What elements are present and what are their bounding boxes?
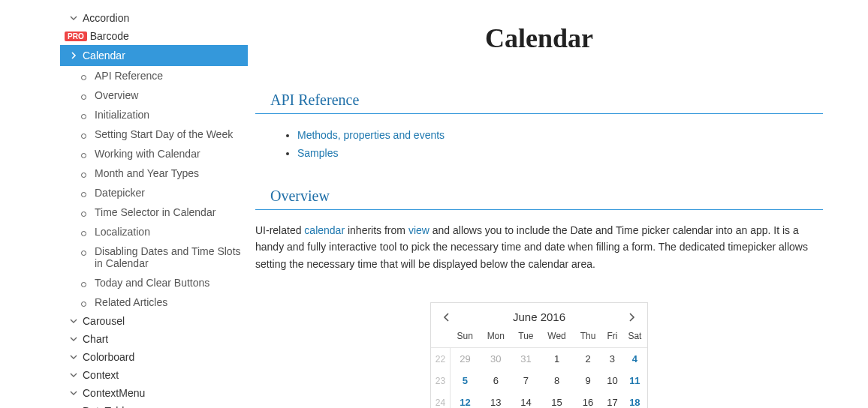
calendar-widget: June 2016 SunMonTueWedThuFriSat 22293031… — [430, 302, 648, 408]
calendar-day[interactable]: 4 — [622, 348, 647, 370]
calendar-day[interactable]: 10 — [602, 370, 622, 392]
calendar-day[interactable]: 11 — [622, 370, 647, 392]
calendar-week-number: 23 — [431, 370, 451, 392]
api-links: Methods, properties and events Samples — [255, 126, 823, 162]
calendar-day[interactable]: 1 — [540, 348, 574, 370]
calendar-day[interactable]: 29 — [451, 348, 480, 370]
main-content: Calendar API Reference Methods, properti… — [248, 0, 868, 408]
sidebar-subitem[interactable]: Disabling Dates and Time Slots in Calend… — [87, 242, 248, 273]
chevron-down-icon — [69, 14, 78, 22]
sidebar-subitem[interactable]: Setting Start Day of the Week — [87, 124, 248, 144]
sidebar-subitem[interactable]: Localization — [87, 222, 248, 242]
calendar-day[interactable]: 31 — [512, 348, 540, 370]
sidebar-subitem[interactable]: Month and Year Types — [87, 164, 248, 183]
calendar-day[interactable]: 5 — [451, 370, 480, 392]
sidebar-item-label: Accordion — [83, 12, 129, 24]
sidebar-item-label: DataTable — [83, 405, 130, 408]
link-calendar[interactable]: calendar — [304, 224, 345, 236]
chevron-down-icon — [69, 335, 78, 343]
calendar-grid: SunMonTueWedThuFriSat 222930311234235678… — [431, 328, 647, 408]
sidebar-item[interactable]: Context — [60, 366, 248, 384]
sidebar-item-label: Context — [83, 369, 119, 381]
calendar-day[interactable]: 17 — [602, 392, 622, 408]
calendar-day[interactable]: 6 — [480, 370, 512, 392]
chevron-right-icon — [69, 52, 78, 59]
sidebar-item[interactable]: Colorboard — [60, 348, 248, 366]
calendar-day[interactable]: 13 — [480, 392, 512, 408]
calendar-day[interactable]: 18 — [622, 392, 647, 408]
sidebar-item-calendar[interactable]: Calendar — [60, 45, 248, 66]
sidebar: Accordion PRO Barcode Calendar API Refer… — [0, 0, 248, 408]
calendar-week-number: 22 — [431, 348, 451, 370]
sidebar-item-label: Chart — [83, 333, 108, 345]
chevron-down-icon — [69, 353, 78, 361]
sidebar-item-label: Colorboard — [83, 351, 134, 363]
calendar-dow: Sun — [451, 328, 480, 348]
sidebar-item[interactable]: Carousel — [60, 312, 248, 330]
sidebar-item-label: ContextMenu — [83, 387, 145, 399]
sidebar-subitem[interactable]: Time Selector in Calendar — [87, 202, 248, 222]
calendar-day[interactable]: 14 — [512, 392, 540, 408]
calendar-day[interactable]: 12 — [451, 392, 480, 408]
calendar-next-button[interactable] — [628, 313, 635, 322]
calendar-week-number: 24 — [431, 392, 451, 408]
sidebar-subitem[interactable]: Today and Clear Buttons — [87, 273, 248, 292]
sidebar-subitem[interactable]: Overview — [87, 86, 248, 105]
calendar-month-label[interactable]: June 2016 — [513, 310, 565, 323]
sidebar-subitem[interactable]: Datepicker — [87, 183, 248, 202]
calendar-dow: Mon — [480, 328, 512, 348]
sidebar-item-label: Barcode — [90, 30, 129, 42]
calendar-dow: Fri — [602, 328, 622, 348]
overview-paragraph: UI-related calendar inherits from view a… — [255, 222, 823, 272]
page-title: Calendar — [255, 22, 823, 54]
calendar-day[interactable]: 2 — [574, 348, 602, 370]
calendar-dow: Wed — [540, 328, 574, 348]
calendar-day[interactable]: 8 — [540, 370, 574, 392]
calendar-dow: Sat — [622, 328, 647, 348]
calendar-day[interactable]: 16 — [574, 392, 602, 408]
calendar-day[interactable]: 7 — [512, 370, 540, 392]
calendar-dow: Tue — [512, 328, 540, 348]
sidebar-item[interactable]: ContextMenu — [60, 384, 248, 402]
chevron-down-icon — [69, 317, 78, 325]
sidebar-subitem[interactable]: Related Articles — [87, 292, 248, 312]
sidebar-sublist: API ReferenceOverviewInitializationSetti… — [60, 66, 248, 312]
section-heading-overview: Overview — [255, 188, 823, 210]
sidebar-item[interactable]: Chart — [60, 330, 248, 348]
chevron-down-icon — [69, 371, 78, 379]
sidebar-item[interactable]: DataTable — [60, 402, 248, 408]
sidebar-item-label: Carousel — [83, 315, 125, 327]
calendar-day[interactable]: 30 — [480, 348, 512, 370]
sidebar-item-barcode[interactable]: PRO Barcode — [60, 27, 248, 45]
sidebar-subitem[interactable]: Initialization — [87, 105, 248, 124]
link-methods[interactable]: Methods, properties and events — [297, 129, 445, 141]
calendar-dow: Thu — [574, 328, 602, 348]
sidebar-subitem[interactable]: Working with Calendar — [87, 144, 248, 164]
calendar-day[interactable]: 9 — [574, 370, 602, 392]
calendar-day[interactable]: 15 — [540, 392, 574, 408]
calendar-day[interactable]: 3 — [602, 348, 622, 370]
link-samples[interactable]: Samples — [297, 147, 338, 159]
calendar-prev-button[interactable] — [443, 313, 451, 322]
chevron-down-icon — [69, 389, 78, 397]
link-view[interactable]: view — [408, 224, 429, 236]
sidebar-subitem[interactable]: API Reference — [87, 66, 248, 86]
pro-badge: PRO — [65, 32, 87, 41]
sidebar-item-label: Calendar — [83, 50, 125, 62]
sidebar-item-accordion[interactable]: Accordion — [60, 9, 248, 27]
section-heading-api: API Reference — [255, 92, 823, 114]
